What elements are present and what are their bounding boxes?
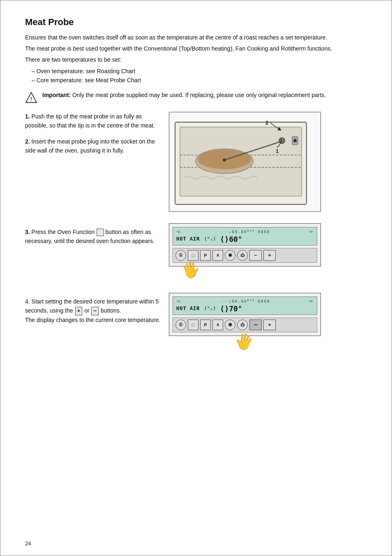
svg-text:!: !	[30, 96, 32, 102]
display2-top-left: ⊣△	[176, 299, 181, 303]
step-4-number: 4.	[25, 298, 30, 305]
svg-point-15	[293, 139, 297, 142]
btn2-plus[interactable]: +	[263, 320, 276, 330]
bullet-item-2: Core temperature: see Meat Probe Chart	[32, 76, 367, 85]
page: Meat Probe Ensures that the oven switche…	[0, 0, 392, 556]
step-3-number: 3.	[25, 229, 30, 235]
minus-btn-inline: −	[91, 307, 99, 315]
btn-minus[interactable]: −	[249, 250, 262, 261]
btn2-function[interactable]: □	[188, 320, 198, 330]
display2-hot-air: HOT AIR	[176, 306, 200, 311]
step-3-image: ⊣△ ···↓88.88min 8888 +⊢ HOT AIR (°ₛ) ⟨⟩6…	[169, 223, 321, 281]
display1-top-right: +⊢	[309, 229, 314, 234]
btn-function[interactable]: □	[188, 250, 198, 261]
display2-probe-icon: (°ₛ)	[204, 306, 216, 311]
warning-icon: !	[25, 91, 37, 104]
step-4-text: 4. Start setting the desired core temper…	[25, 297, 161, 324]
svg-text:1: 1	[276, 148, 279, 154]
btn-star[interactable]: ✱	[225, 250, 235, 261]
or-text: or	[84, 307, 91, 314]
step-3-text: 3. Press the Oven Function button as oft…	[25, 227, 161, 246]
step-2-number: 2.	[25, 138, 30, 145]
step-1-2-image: 2 1	[169, 112, 321, 212]
intro-para-1: Ensures that the oven switches itself of…	[25, 33, 367, 42]
steps-section: 1. Push the tip of the meat probe in as …	[25, 112, 367, 353]
btn-power[interactable]: ①	[175, 250, 186, 261]
btn2-p[interactable]: P	[200, 320, 211, 330]
important-text: Important: Only the meat probe supplied …	[42, 91, 326, 100]
bullet-item-1: Oven temperature: see Roasting Chart	[32, 67, 367, 76]
btn2-up[interactable]: ∧	[212, 320, 223, 330]
intro-para-3: There are two temperatures to be set:	[25, 56, 367, 64]
btn-standby[interactable]: ⏻	[237, 250, 248, 261]
display2-top-mid: ···↓88.88min 8888	[220, 299, 270, 303]
step-3: 3. Press the Oven Function button as oft…	[25, 223, 161, 246]
intro-para-2: The meat probe is best used together wit…	[25, 44, 367, 53]
step-2-text: 2. Insert the meat probe plug into the s…	[25, 137, 161, 155]
display1-probe-icon: (°ₛ)	[204, 236, 216, 242]
hand-cursor-1: 🖐	[180, 259, 202, 280]
btn2-standby[interactable]: ⏻	[237, 320, 248, 330]
bullet-list: Oven temperature: see Roasting Chart Cor…	[32, 67, 367, 85]
btn-up[interactable]: ∧	[212, 250, 223, 261]
display1-temp: ⟨⟩60°	[220, 235, 242, 243]
plus-btn-inline: +	[75, 307, 83, 315]
step-4-image: ⊣△ ···↓88.88min 8888 +⊢ HOT AIR (°ₛ) ⟨⟩7…	[169, 293, 321, 353]
step-4: 4. Start setting the desired core temper…	[25, 293, 161, 324]
btn2-power[interactable]: ①	[175, 320, 186, 330]
display1-top-left: ⊣△	[176, 229, 181, 234]
svg-point-10	[279, 138, 285, 144]
step-1-text: 1. Push the tip of the meat probe in as …	[25, 112, 161, 130]
page-number: 24	[25, 540, 31, 547]
step-1: 1. Push the tip of the meat probe in as …	[25, 112, 161, 130]
btn-plus[interactable]: +	[263, 250, 276, 261]
btn2-star[interactable]: ✱	[225, 320, 235, 330]
oven-diagram-svg: 2 1	[171, 114, 311, 208]
btn-p[interactable]: P	[200, 250, 211, 261]
svg-point-9	[223, 158, 226, 162]
steps-1-2-text: 1. Push the tip of the meat probe in as …	[25, 112, 161, 155]
display2-top-right: +⊢	[309, 299, 314, 303]
page-title: Meat Probe	[25, 17, 367, 28]
display1-top-mid: ···↓88.88min 8888	[220, 229, 270, 234]
svg-text:2: 2	[265, 120, 268, 126]
btn2-minus[interactable]: −	[249, 320, 262, 330]
important-box: ! Important: Only the meat probe supplie…	[25, 91, 367, 104]
display1-hot-air: HOT AIR	[176, 236, 200, 242]
step-2: 2. Insert the meat probe plug into the s…	[25, 137, 161, 155]
step-1-number: 1.	[25, 113, 30, 120]
display2-temp: ⟨⟩70°	[220, 304, 242, 313]
